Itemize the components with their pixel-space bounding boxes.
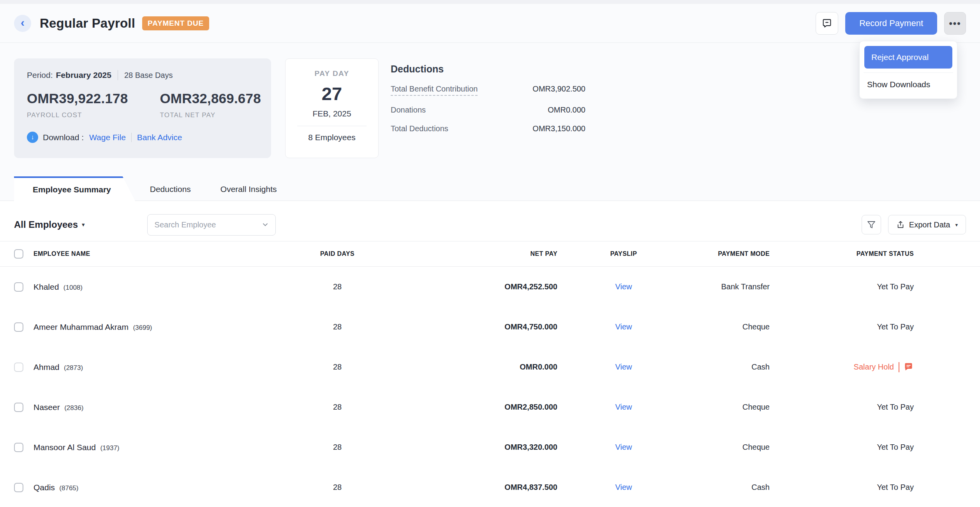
table-row: Khaled (1008) 28 OMR4,252.500 View Bank … — [0, 267, 980, 307]
employee-table-body: Khaled (1008) 28 OMR4,252.500 View Bank … — [0, 267, 980, 507]
tab-employee-summary[interactable]: Employee Summary — [14, 176, 135, 201]
payslip-view-link[interactable]: View — [615, 443, 632, 451]
payment-mode-value: Cheque — [690, 322, 770, 331]
select-all-checkbox[interactable] — [14, 249, 23, 259]
payment-status: Yet To Pay — [770, 403, 914, 412]
row-checkbox[interactable] — [14, 483, 23, 492]
search-input[interactable] — [155, 220, 261, 229]
deduction-label-total-deductions: Total Deductions — [391, 124, 448, 133]
download-icon: ↓ — [27, 132, 38, 143]
comment-icon — [821, 18, 832, 29]
employee-filter-label: All Employees — [14, 219, 78, 230]
export-data-button[interactable]: Export Data ▾ — [888, 215, 966, 234]
row-checkbox[interactable] — [14, 363, 23, 372]
row-checkbox[interactable] — [14, 282, 23, 292]
period-label: Period: — [27, 70, 53, 80]
employee-id: (2873) — [64, 364, 83, 371]
net-pay-value: OMR2,850.000 — [372, 403, 557, 412]
payday-day: 27 — [322, 83, 342, 104]
deduction-label-donations: Donations — [391, 106, 426, 114]
base-days: 28 Base Days — [124, 71, 173, 80]
record-payment-button[interactable]: Record Payment — [845, 12, 937, 35]
payslip-view-link[interactable]: View — [615, 282, 632, 291]
export-icon — [896, 220, 905, 229]
column-employee-name: EMPLOYEE NAME — [33, 250, 302, 257]
menu-item-show-downloads[interactable]: Show Downloads — [864, 73, 952, 94]
hold-comment-icon[interactable] — [894, 362, 914, 372]
status-badge: PAYMENT DUE — [142, 16, 209, 30]
paid-days-value: 28 — [302, 322, 372, 331]
filter-button[interactable] — [862, 215, 881, 234]
wage-file-link[interactable]: Wage File — [89, 133, 126, 142]
payment-status-value: Salary Hold — [854, 363, 894, 371]
employee-name[interactable]: Qadis — [33, 483, 55, 492]
payment-status-value: Yet To Pay — [877, 403, 914, 412]
divider — [118, 70, 118, 80]
payslip-view-link[interactable]: View — [615, 363, 632, 371]
filter-icon — [867, 220, 876, 229]
comments-button[interactable] — [816, 12, 838, 35]
payment-status-value: Yet To Pay — [877, 483, 914, 492]
payroll-cost-label: PAYROLL COST — [27, 111, 128, 119]
column-payment-status: PAYMENT STATUS — [770, 250, 914, 257]
employee-name[interactable]: Mansoor Al Saud — [33, 443, 96, 452]
divider — [297, 126, 367, 126]
employee-summary-content: All Employees ▾ Export Data ▾ — [0, 201, 980, 507]
window-top-strip — [0, 0, 980, 4]
page-header: ‹ Regular Payroll PAYMENT DUE Record Pay… — [0, 4, 980, 43]
page-title: Regular Payroll — [40, 16, 135, 31]
net-pay-value: OMR3,320.000 — [372, 443, 557, 452]
payment-status: Salary Hold — [770, 362, 914, 372]
payment-mode-value: Cheque — [690, 443, 770, 452]
employee-id: (1008) — [63, 284, 83, 291]
column-payslip: PAYSLIP — [557, 250, 690, 257]
back-icon: ‹ — [21, 17, 25, 28]
employee-id: (8765) — [59, 484, 78, 492]
payment-status: Yet To Pay — [770, 322, 914, 331]
payment-status: Yet To Pay — [770, 443, 914, 452]
tab-overall-insights[interactable]: Overall Insights — [206, 178, 292, 201]
employee-id: (2836) — [64, 404, 83, 412]
payment-mode-value: Bank Transfer — [690, 282, 770, 291]
tab-deductions[interactable]: Deductions — [135, 178, 206, 201]
employee-name[interactable]: Ameer Muhammad Akram — [33, 322, 129, 331]
row-checkbox[interactable] — [14, 322, 23, 332]
net-pay-value: OMR4,837.500 — [372, 483, 557, 492]
employee-filter-dropdown[interactable]: All Employees ▾ — [14, 219, 85, 230]
payment-status-value: Yet To Pay — [877, 322, 914, 331]
net-pay-value: OMR0.000 — [372, 363, 557, 371]
row-checkbox[interactable] — [14, 443, 23, 452]
deduction-label-benefit-contribution[interactable]: Total Benefit Contribution — [391, 84, 478, 96]
total-net-pay-label: TOTAL NET PAY — [160, 111, 261, 119]
payslip-view-link[interactable]: View — [615, 403, 632, 411]
payslip-view-link[interactable]: View — [615, 483, 632, 491]
payment-mode-value: Cheque — [690, 403, 770, 412]
table-row: Qadis (8765) 28 OMR4,837.500 View Cash Y… — [0, 467, 980, 507]
more-actions-button[interactable]: ••• — [944, 12, 966, 35]
employee-name[interactable]: Ahmad — [33, 363, 60, 371]
deductions-title: Deductions — [391, 63, 585, 75]
back-button[interactable]: ‹ — [14, 15, 31, 32]
employee-search-box[interactable] — [147, 214, 276, 236]
employee-name[interactable]: Khaled — [33, 282, 59, 291]
employee-name[interactable]: Naseer — [33, 403, 60, 412]
table-row: Naseer (2836) 28 OMR2,850.000 View Chequ… — [0, 387, 980, 427]
column-paid-days: PAID DAYS — [302, 250, 372, 257]
paid-days-value: 28 — [302, 363, 372, 371]
paid-days-value: 28 — [302, 403, 372, 412]
row-checkbox[interactable] — [14, 403, 23, 412]
divider — [131, 133, 132, 142]
ellipsis-icon: ••• — [949, 18, 961, 29]
bank-advice-link[interactable]: Bank Advice — [137, 133, 182, 142]
table-header: EMPLOYEE NAME PAID DAYS NET PAY PAYSLIP … — [0, 241, 980, 267]
table-row: Ahmad (2873) 28 OMR0.000 View Cash Salar… — [0, 347, 980, 387]
payment-status: Yet To Pay — [770, 282, 914, 291]
filter-row: All Employees ▾ Export Data ▾ — [0, 201, 980, 236]
payday-date: FEB, 2025 — [312, 109, 351, 118]
payment-status-value: Yet To Pay — [877, 282, 914, 291]
menu-item-reject-approval[interactable]: Reject Approval — [864, 46, 952, 69]
payment-status-value: Yet To Pay — [877, 443, 914, 452]
employee-id: (3699) — [133, 324, 152, 331]
payslip-view-link[interactable]: View — [615, 322, 632, 331]
summary-section: Period: February 2025 28 Base Days OMR39… — [0, 43, 980, 201]
